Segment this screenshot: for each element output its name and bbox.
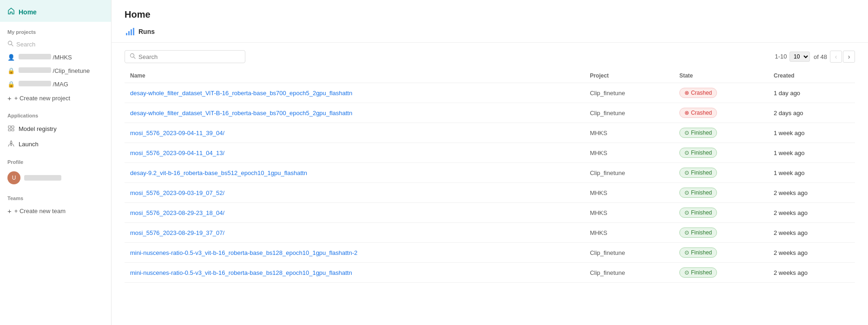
sidebar-item-mhks[interactable]: 👤 /MHKS [0,51,111,64]
run-created-cell: 1 week ago [768,123,855,143]
run-name-link[interactable]: mosi_5576_2023-09-03-19_07_52/ [130,189,224,196]
sidebar-item-clip-finetune[interactable]: 🔒 /Clip_finetune [0,64,111,78]
state-icon: ⊙ [684,130,689,136]
run-created-cell: 1 week ago [768,163,855,183]
run-name-cell: desay-9.2_vit-b-16_roberta-base_bs512_ep… [125,163,584,183]
sidebar-home-label: Home [19,8,37,16]
run-name-link[interactable]: desay-whole_filter_dataset_ViT-B-16_robe… [130,90,352,97]
col-created: Created [768,69,855,83]
prev-page-button[interactable]: ‹ [830,51,842,63]
svg-rect-5 [12,129,14,131]
sidebar: Home My projects Search 👤 /MHKS 🔒 /Clip_… [0,0,112,325]
state-badge: ⊙ Finished [679,148,717,158]
state-icon: ⊙ [684,189,689,196]
applications-label: Applications [0,105,111,121]
table-row: desay-9.2_vit-b-16_roberta-base_bs512_ep… [125,163,855,183]
svg-point-6 [11,143,12,144]
runs-bar: Runs [125,26,855,37]
page-header: Home Runs [112,0,868,43]
run-name-link[interactable]: desay-9.2_vit-b-16_roberta-base_bs512_ep… [130,169,307,176]
sidebar-home-item[interactable]: Home [0,0,111,22]
run-state-cell: ⊙ Finished [674,203,768,223]
lock-icon-1: 🔒 [7,67,15,74]
create-team-button[interactable]: + + Create new team [0,204,111,218]
launch-label: Launch [19,141,39,148]
run-state-cell: ⊙ Finished [674,263,768,283]
run-project-cell: Clip_finetune [584,263,674,283]
sidebar-item-mag-label: /MAG [19,81,68,88]
runs-section-label: Runs [138,28,155,35]
page-range-text: 1-10 10 25 50 [775,52,810,62]
teams-label: Teams [0,188,111,204]
svg-line-1 [12,45,13,46]
state-icon: ⊙ [684,209,689,216]
run-name-cell: mosi_5576_2023-08-29-19_37_07/ [125,223,584,243]
run-name-link[interactable]: mosi_5576_2023-08-29-19_37_07/ [130,229,224,236]
run-name-link[interactable]: mini-nuscenes-ratio-0.5-v3_vit-b-16_robe… [130,269,352,276]
sidebar-item-mhks-label: /MHKS [19,54,72,61]
create-project-button[interactable]: + + Create new project [0,91,111,105]
table-row: mosi_5576_2023-09-04-11_04_13/ MHKS ⊙ Fi… [125,143,855,163]
search-icon [7,40,13,48]
run-project-cell: MHKS [584,183,674,203]
sidebar-item-launch[interactable]: Launch [0,136,111,152]
run-created-cell: 1 day ago [768,83,855,103]
table-row: desay-whole_filter_dataset_ViT-B-16_robe… [125,83,855,103]
sidebar-item-mag[interactable]: 🔒 /MAG [0,78,111,91]
table-row: mosi_5576_2023-09-04-11_39_04/ MHKS ⊙ Fi… [125,123,855,143]
run-project-cell: MHKS [584,123,674,143]
col-project: Project [584,69,674,83]
next-page-button[interactable]: › [843,51,855,63]
table-row: mosi_5576_2023-08-29-23_18_04/ MHKS ⊙ Fi… [125,203,855,223]
run-name-cell: mosi_5576_2023-09-04-11_39_04/ [125,123,584,143]
run-name-link[interactable]: mini-nuscenes-ratio-0.5-v3_vit-b-16_robe… [130,249,357,256]
svg-rect-4 [8,129,11,131]
run-project-cell: Clip_finetune [584,243,674,263]
table-header: Name Project State Created [125,69,855,83]
search-input[interactable] [138,53,240,60]
run-created-cell: 1 week ago [768,143,855,163]
state-badge: ⊙ Finished [679,228,717,238]
my-projects-label: My projects [0,22,111,38]
svg-rect-2 [8,126,11,128]
table-row: mini-nuscenes-ratio-0.5-v3_vit-b-16_robe… [125,263,855,283]
state-badge: ⊙ Finished [679,128,717,138]
svg-rect-3 [12,126,14,128]
state-badge: ⊗ Crashed [679,108,717,118]
run-name-link[interactable]: mosi_5576_2023-08-29-23_18_04/ [130,209,224,216]
run-state-cell: ⊙ Finished [674,163,768,183]
col-name: Name [125,69,584,83]
runs-table: Name Project State Created desay-whole_f… [125,69,855,283]
run-name-link[interactable]: mosi_5576_2023-09-04-11_04_13/ [130,150,224,156]
page-range: 1-10 10 25 50 of 48 [775,52,827,62]
sidebar-item-model-registry[interactable]: Model registry [0,121,111,136]
toolbar: 1-10 10 25 50 of 48 ‹ › [125,50,855,63]
sidebar-item-clip-label: /Clip_finetune [19,67,90,74]
run-name-cell: mosi_5576_2023-09-04-11_04_13/ [125,143,584,163]
run-project-cell: Clip_finetune [584,83,674,103]
pagination-nav: ‹ › [830,51,855,63]
run-created-cell: 2 weeks ago [768,183,855,203]
run-project-cell: MHKS [584,143,674,163]
avatar: U [7,171,20,184]
sidebar-profile[interactable]: U [0,168,111,188]
runs-icon [125,26,135,37]
page-title: Home [125,9,855,20]
state-icon: ⊙ [684,229,689,236]
content-area: 1-10 10 25 50 of 48 ‹ › [112,43,868,325]
svg-rect-7 [126,33,127,35]
table-row: mosi_5576_2023-09-03-19_07_52/ MHKS ⊙ Fi… [125,183,855,203]
run-created-cell: 2 weeks ago [768,203,855,223]
run-state-cell: ⊙ Finished [674,223,768,243]
per-page-select[interactable]: 10 25 50 [789,52,810,62]
run-state-cell: ⊗ Crashed [674,83,768,103]
search-box[interactable] [125,50,245,63]
search-icon-main [130,53,136,60]
model-registry-label: Model registry [19,125,57,132]
run-state-cell: ⊗ Crashed [674,103,768,123]
state-icon: ⊙ [684,269,689,276]
state-badge: ⊙ Finished [679,267,717,278]
run-name-link[interactable]: desay-whole_filter_dataset_ViT-B-16_robe… [130,110,352,117]
run-name-link[interactable]: mosi_5576_2023-09-04-11_39_04/ [130,130,224,136]
sidebar-search[interactable]: Search [0,38,111,51]
